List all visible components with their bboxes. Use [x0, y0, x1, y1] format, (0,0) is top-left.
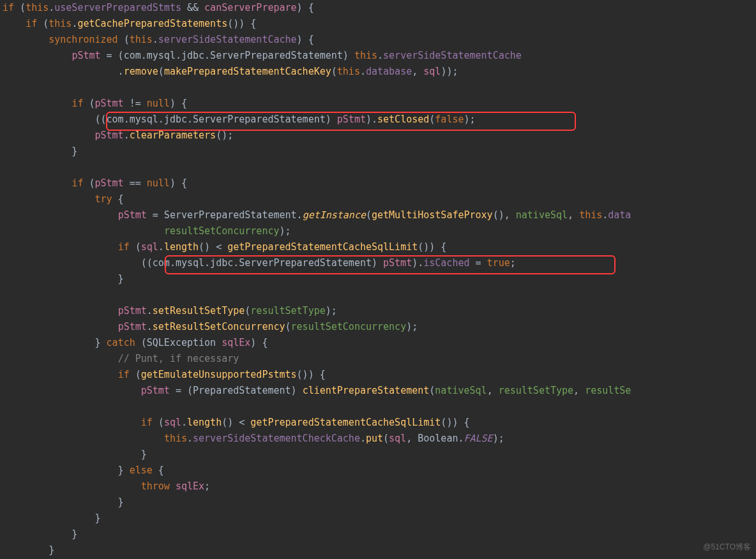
- code-token: [3, 177, 72, 189]
- code-line[interactable]: pStmt = (PreparedStatement) clientPrepar…: [3, 385, 631, 396]
- code-token: resultSetType: [499, 385, 573, 396]
- code-token: }: [3, 528, 77, 540]
- code-token: [3, 50, 72, 61]
- code-token: ) {: [170, 177, 187, 189]
- code-line[interactable]: if (this.getCachePreparedStatements()) {: [3, 18, 256, 29]
- code-token: .: [181, 417, 187, 428]
- code-token: if: [141, 417, 153, 428]
- code-token: remove: [124, 66, 158, 77]
- code-line[interactable]: }: [3, 145, 77, 157]
- code-token: ).: [366, 114, 377, 125]
- code-token: clearParameters: [130, 130, 216, 141]
- code-line[interactable]: pStmt.clearParameters();: [3, 130, 233, 141]
- code-token: }: [3, 496, 124, 508]
- code-line[interactable]: if (sql.length() < getPreparedStatementC…: [3, 241, 446, 253]
- code-line[interactable]: throw sqlEx;: [3, 481, 210, 492]
- code-line[interactable]: }: [3, 496, 124, 508]
- code-line[interactable]: if (getEmulateUnsupportedPstmts()) {: [3, 369, 326, 380]
- code-token: null: [147, 177, 170, 189]
- code-token: [3, 98, 72, 109]
- code-token: true: [487, 257, 510, 269]
- code-line[interactable]: resultSetConcurrency);: [3, 225, 291, 237]
- code-line[interactable]: }: [3, 544, 54, 556]
- code-token: if: [118, 241, 130, 253]
- code-editor-viewport: if (this.useServerPreparedStmts && canSe…: [0, 0, 756, 559]
- code-line[interactable]: pStmt.setResultSetConcurrency(resultSetC…: [3, 321, 418, 332]
- code-line[interactable]: pStmt = ServerPreparedStatement.getInsta…: [3, 209, 631, 221]
- code-token: &&: [181, 2, 204, 13]
- code-token: sql: [389, 433, 406, 444]
- code-line[interactable]: }: [3, 449, 147, 460]
- code-line[interactable]: if (sql.length() < getPreparedStatementC…: [3, 417, 470, 428]
- code-token: (: [158, 66, 164, 77]
- code-line[interactable]: }: [3, 528, 77, 540]
- code-block[interactable]: if (this.useServerPreparedStmts && canSe…: [0, 0, 756, 558]
- code-token: ;: [510, 257, 516, 269]
- code-token: sqlEx: [176, 481, 204, 492]
- code-line[interactable]: }: [3, 273, 124, 285]
- code-token: ,: [487, 385, 499, 396]
- code-token: if: [72, 177, 83, 189]
- code-line[interactable]: .remove(makePreparedStatementCacheKey(th…: [3, 66, 458, 77]
- code-token: = (com.mysql.jdbc.ServerPreparedStatemen…: [101, 50, 354, 61]
- code-token: pStmt: [72, 50, 100, 61]
- code-token: [3, 241, 118, 253]
- code-token: setResultSetType: [153, 305, 245, 317]
- code-token: pStmt: [95, 98, 124, 109]
- code-token: setResultSetConcurrency: [153, 321, 285, 332]
- code-token: if: [3, 2, 14, 13]
- code-token: throw: [141, 481, 170, 492]
- code-token: resultSe: [585, 385, 631, 396]
- code-line[interactable]: if (this.useServerPreparedStmts && canSe…: [3, 2, 314, 13]
- code-token: ) {: [170, 98, 187, 109]
- code-token: (: [331, 66, 337, 77]
- code-token: , Boolean.: [406, 433, 464, 444]
- code-token: canServerPrepare: [204, 2, 297, 13]
- code-token: if: [26, 18, 37, 29]
- code-token: );: [464, 114, 475, 125]
- code-token: (: [37, 18, 49, 29]
- code-token: {: [153, 465, 164, 476]
- code-token: .: [49, 2, 54, 13]
- code-token: false: [435, 114, 464, 125]
- code-token: );: [406, 321, 418, 332]
- code-token: (: [285, 321, 291, 332]
- code-line[interactable]: // Punt, if necessary: [3, 353, 239, 364]
- code-token: [3, 305, 118, 317]
- code-token: null: [147, 98, 170, 109]
- code-token: serverSideStatementCheckCache: [193, 433, 360, 444]
- code-token: [3, 34, 49, 45]
- code-line[interactable]: } else {: [3, 465, 164, 476]
- code-token: if: [72, 98, 83, 109]
- code-token: resultSetConcurrency: [291, 321, 407, 332]
- code-token: ((com.mysql.jdbc.ServerPreparedStatement…: [3, 257, 383, 269]
- code-token: ,: [412, 66, 423, 77]
- code-token: makePreparedStatementCacheKey: [164, 66, 331, 77]
- code-token: pStmt: [383, 257, 412, 269]
- code-line[interactable]: }: [3, 512, 101, 524]
- code-token: sql: [141, 241, 158, 253]
- code-line[interactable]: if (pStmt != null) {: [3, 98, 187, 109]
- code-token: this: [164, 433, 187, 444]
- code-token: );: [493, 433, 504, 444]
- code-line[interactable]: ((com.mysql.jdbc.ServerPreparedStatement…: [3, 257, 516, 269]
- code-token: .: [360, 66, 366, 77]
- code-token: serverSideStatementCache: [383, 50, 522, 61]
- code-line[interactable]: this.serverSideStatementCheckCache.put(s…: [3, 433, 504, 444]
- code-token: nativeSql: [435, 385, 487, 396]
- code-line[interactable]: pStmt = (com.mysql.jdbc.ServerPreparedSt…: [3, 50, 522, 61]
- code-token: pStmt: [118, 209, 147, 221]
- code-line[interactable]: synchronized (this.serverSideStatementCa…: [3, 34, 314, 45]
- code-line[interactable]: pStmt.setResultSetType(resultSetType);: [3, 305, 337, 317]
- code-token: pStmt: [141, 385, 170, 396]
- code-line[interactable]: try {: [3, 193, 124, 205]
- code-token: (: [83, 177, 94, 189]
- code-token: [3, 481, 141, 492]
- code-token: getPreparedStatementCacheSqlLimit: [227, 241, 418, 253]
- code-line[interactable]: ((com.mysql.jdbc.ServerPreparedStatement…: [3, 114, 476, 125]
- code-token: pStmt: [95, 130, 124, 141]
- code-line[interactable]: if (pStmt == null) {: [3, 177, 187, 189]
- code-token: this: [337, 66, 360, 77]
- code-token: .: [124, 130, 130, 141]
- code-line[interactable]: } catch (SQLException sqlEx) {: [3, 337, 268, 348]
